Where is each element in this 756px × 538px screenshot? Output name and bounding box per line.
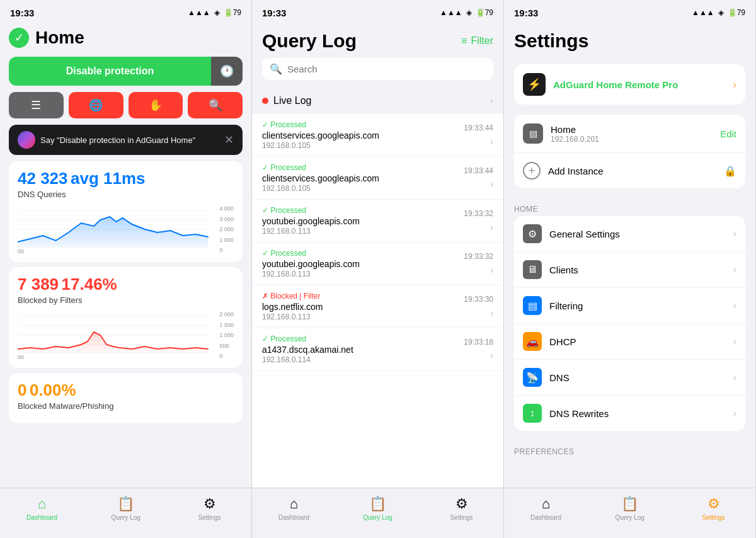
signal-icon-3: ▲▲▲ — [692, 8, 714, 17]
status-icons-1: ▲▲▲ ◈ 🔋79 — [188, 8, 241, 17]
log-item-right-4: 19:33:30 › — [464, 295, 493, 319]
query-log-header: Query Log ≡ Filter 🔍 — [252, 23, 503, 88]
search-button[interactable]: 🔍 — [188, 92, 243, 118]
log-item-left-3: ✓ Processed youtubei.googleapis.com 192.… — [262, 249, 464, 278]
settings-content: ⚡ AdGuard Home Remote Pro › ▤ Home 192.1… — [504, 64, 755, 488]
block-button[interactable]: 🌐 — [69, 92, 123, 118]
dns-queries-card: 42 323 avg 11ms DNS Queries — [9, 161, 243, 262]
filter-button[interactable]: ≡ Filter — [461, 35, 493, 47]
status-icons-3: ▲▲▲ ◈ 🔋79 — [692, 8, 745, 17]
settings-list: ⚙ General Settings › 🖥 Clients › ▤ Filte… — [514, 216, 745, 431]
malware-count: 0 — [18, 381, 26, 399]
search-input[interactable] — [287, 64, 486, 74]
bottom-nav-3: ⌂ Dashboard 📋 Query Log ⚙ Settings — [504, 488, 755, 538]
malware-label: Blocked Malware/Phishing — [18, 401, 234, 411]
log-time: 19:33:32 — [464, 209, 493, 218]
siri-text: Say "Disable protection in AdGuard Home" — [40, 135, 195, 145]
home-content: ✓ Home Disable protection 🕐 ☰ 🌐 ✋ 🔍 Say … — [0, 23, 251, 488]
log-status: ✓ Processed — [262, 249, 464, 258]
status-time-3: 19:33 — [514, 8, 538, 18]
settings-row-label-1: Clients — [549, 265, 726, 275]
log-item[interactable]: ✓ Processed youtubei.googleapis.com 192.… — [252, 200, 503, 243]
log-status: ✗ Blocked | Filter — [262, 292, 464, 300]
settings-row[interactable]: ⚙ General Settings › — [514, 216, 745, 252]
log-domain: logs.netflix.com — [262, 302, 464, 312]
adguard-chevron-icon: › — [733, 78, 736, 91]
nav-querylog-2[interactable]: 📋 Query Log — [336, 493, 420, 524]
status-icons-2: ▲▲▲ ◈ 🔋79 — [440, 8, 493, 17]
log-domain: youtubei.googleapis.com — [262, 259, 464, 269]
settings-chevron-5: › — [733, 408, 736, 419]
log-domain: youtubei.googleapis.com — [262, 216, 464, 226]
log-status: ✓ Processed — [262, 163, 464, 172]
nav-settings-1[interactable]: ⚙ Settings — [168, 493, 251, 524]
home-section-header: HOME — [504, 198, 755, 216]
query-log-title: Query Log — [262, 30, 357, 52]
disable-protection-button[interactable]: Disable protection — [9, 57, 211, 86]
nav-querylog-3[interactable]: 📋 Query Log — [588, 493, 672, 524]
nav-settings-3[interactable]: ⚙ Settings — [672, 493, 755, 524]
status-time-2: 19:33 — [262, 8, 286, 18]
live-dot — [262, 98, 268, 104]
preferences-section-header: PREFERENCES — [504, 441, 755, 459]
settings-row-label-3: DHCP — [549, 336, 726, 347]
edit-button[interactable]: Edit — [720, 129, 736, 139]
search-bar[interactable]: 🔍 — [262, 58, 493, 80]
add-instance-row[interactable]: + Add Instance 🔒 — [514, 153, 745, 188]
settings-chevron-3: › — [733, 336, 736, 347]
logs-button[interactable]: ☰ — [9, 92, 64, 118]
home-instance-icon: ▤ — [523, 123, 543, 144]
log-ip: 192.168.0.113 — [262, 270, 464, 278]
add-instance-label: Add Instance — [548, 166, 716, 176]
settings-chevron-2: › — [733, 300, 736, 311]
nav-dashboard-1[interactable]: ⌂ Dashboard — [0, 493, 84, 524]
adguard-instance-row[interactable]: ⚡ AdGuard Home Remote Pro › — [514, 64, 745, 105]
dashboard-nav-label: Dashboard — [26, 514, 57, 521]
querylog-nav-icon: 📋 — [117, 496, 134, 512]
blocked-count: 7 389 — [18, 275, 59, 294]
log-item[interactable]: ✓ Processed clientservices.googleapis.co… — [252, 157, 503, 200]
status-bar-1: 19:33 ▲▲▲ ◈ 🔋79 — [0, 0, 251, 23]
log-item-left-2: ✓ Processed youtubei.googleapis.com 192.… — [262, 206, 464, 236]
timer-button[interactable]: 🕐 — [211, 57, 243, 86]
live-log-row[interactable]: Live Log › — [252, 88, 503, 114]
status-time-1: 19:33 — [10, 8, 34, 18]
nav-querylog-1[interactable]: 📋 Query Log — [84, 493, 168, 524]
siri-content: Say "Disable protection in AdGuard Home" — [18, 131, 195, 149]
log-item-left-1: ✓ Processed clientservices.googleapis.co… — [262, 163, 464, 193]
blocked-chart-labels: 2 0001 5001 0005000 — [219, 310, 234, 360]
log-item-right-1: 19:33:44 › — [464, 166, 493, 190]
nav-dashboard-2[interactable]: ⌂ Dashboard — [252, 493, 336, 524]
settings-chevron-1: › — [733, 264, 736, 275]
settings-row[interactable]: 📡 DNS › — [514, 360, 745, 396]
log-time: 19:33:18 — [464, 338, 493, 346]
settings-row[interactable]: 🚗 DHCP › — [514, 324, 745, 360]
dns-count: 42 323 — [18, 169, 68, 188]
dashboard-label-2: Dashboard — [278, 514, 309, 521]
siri-close-button[interactable]: ✕ — [224, 133, 234, 147]
home-instance-ip: 192.168.0.201 — [551, 135, 713, 144]
settings-row[interactable]: ↕ DNS Rewrites › — [514, 396, 745, 431]
filter-button[interactable]: ✋ — [129, 92, 183, 118]
settings-row[interactable]: ▤ Filtering › — [514, 288, 745, 324]
nav-dashboard-3[interactable]: ⌂ Dashboard — [504, 493, 588, 524]
log-item-left-4: ✗ Blocked | Filter logs.netflix.com 192.… — [262, 292, 464, 321]
log-ip: 192.168.0.105 — [262, 184, 464, 193]
log-item[interactable]: ✓ Processed a1437.dscq.akamai.net 192.16… — [252, 328, 503, 371]
settings-label-2: Settings — [450, 514, 472, 521]
live-log-chevron: › — [490, 95, 493, 106]
settings-row[interactable]: 🖥 Clients › — [514, 252, 745, 288]
log-item[interactable]: ✗ Blocked | Filter logs.netflix.com 192.… — [252, 285, 503, 328]
log-ip: 192.168.0.105 — [262, 141, 464, 150]
dns-chart-labels: 4 0003 0002 0001 0000 — [219, 204, 234, 255]
dns-chart: 4 0003 0002 0001 0000 00 — [18, 204, 234, 255]
querylog-label-2: Query Log — [363, 514, 392, 521]
log-item[interactable]: ✓ Processed clientservices.googleapis.co… — [252, 114, 503, 157]
log-item[interactable]: ✓ Processed youtubei.googleapis.com 192.… — [252, 243, 503, 285]
log-time: 19:33:44 — [464, 166, 493, 175]
nav-settings-2[interactable]: ⚙ Settings — [420, 493, 503, 524]
blocked-label: Blocked by Filters — [18, 295, 234, 305]
title-row: Query Log ≡ Filter — [262, 30, 493, 52]
settings-row-icon-3: 🚗 — [523, 332, 542, 351]
log-list: ✓ Processed clientservices.googleapis.co… — [252, 114, 503, 488]
